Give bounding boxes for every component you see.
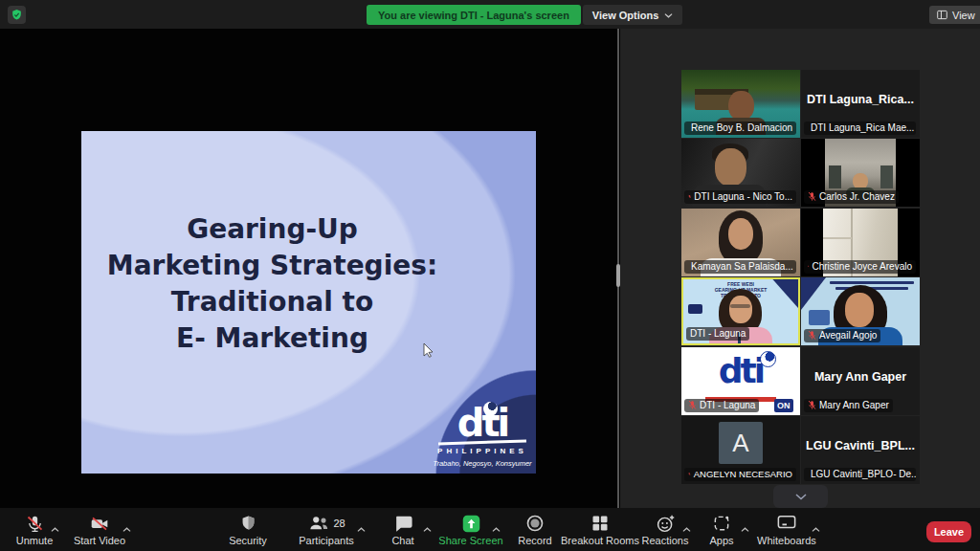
scene-face <box>729 296 752 323</box>
apps-icon <box>712 514 731 533</box>
video-tile-lgu-cavinti[interactable]: LGU Cavinti_BPL... LGU Cavinti_BPLO- De.… <box>801 416 920 484</box>
scene-chart-thumb <box>809 310 830 325</box>
participant-center-name: DTI Laguna_Rica... <box>801 70 920 128</box>
participant-center-name: Mary Ann Gaper <box>801 347 920 406</box>
participant-name-label: ANGELYN NECESARIO <box>684 468 796 481</box>
muted-mic-icon <box>688 191 691 202</box>
video-tile-avegail[interactable]: Avegail Agojo <box>801 277 920 345</box>
participant-name-label: LGU Cavinti_BPLO- De... <box>804 468 916 481</box>
breakout-rooms-icon <box>590 514 610 533</box>
muted-mic-icon <box>808 261 810 272</box>
screen-share-banner: You are viewing DTI - Laguna's screen Vi… <box>367 5 682 25</box>
slide-title-line-3: Traditional to <box>81 284 463 320</box>
zoom-meeting-window: You are viewing DTI - Laguna's screen Vi… <box>0 0 980 551</box>
participant-name: ANGELYN NECESARIO <box>694 469 792 479</box>
video-tile-carlos[interactable]: Carlos Jr. Chavez <box>801 139 920 207</box>
whiteboards-button[interactable]: Whiteboards <box>734 508 839 546</box>
camera-off-icon <box>89 514 110 534</box>
participant-name-label: DTI - Laguna <box>684 399 759 412</box>
whiteboards-label: Whiteboards <box>734 535 839 546</box>
mouse-cursor <box>423 342 434 358</box>
scene-panel-line <box>823 237 852 239</box>
view-button-label: View <box>952 10 975 21</box>
participant-center-name: LGU Cavinti_BPL... <box>801 416 920 474</box>
participants-icon <box>307 514 330 533</box>
scene-slide-triangle <box>801 277 826 310</box>
scene-face <box>728 91 754 121</box>
dti-logo-wordmark: dti <box>457 401 507 445</box>
meeting-security-shield-button[interactable] <box>8 6 26 24</box>
collapse-panel-button[interactable] <box>773 485 828 508</box>
grid-view-icon <box>937 10 947 20</box>
muted-mic-icon <box>808 330 816 341</box>
participant-name: DTI Laguna_Rica Mae... <box>811 122 914 133</box>
video-tile-christine[interactable]: Christine Joyce Arevalo <box>801 209 920 276</box>
video-tile-angelyn[interactable]: A ANGELYN NECESARIO <box>681 416 800 484</box>
scene-face <box>715 148 746 187</box>
scene-dti-wordmark: dti <box>681 347 800 395</box>
participant-name-label: Avegail Agojo <box>804 329 880 342</box>
participant-name-label: Mary Ann Gaper <box>804 399 893 412</box>
dti-logo-tagline: Trabaho, Negosyo, Konsyumer <box>433 459 532 468</box>
scene-text-bar <box>830 281 914 284</box>
meeting-toolbar: Unmute Start Video Security <box>0 508 980 551</box>
video-tile-dti-laguna-speaker[interactable]: FREE WEBI GEARING-UP MARKET TRADITIONAL … <box>681 277 800 345</box>
participant-name-label: DTI - Laguna <box>686 327 749 341</box>
participant-name-suffix: ON <box>774 399 793 412</box>
video-tile-rene[interactable]: Rene Boy B. Dalmacion <box>681 70 800 138</box>
participant-name-label: Rene Boy B. Dalmacion <box>684 121 796 135</box>
participant-name: Christine Joyce Arevalo <box>813 261 913 272</box>
participants-count-badge: 28 <box>333 518 345 529</box>
dti-philippines-logo: dti PHILIPPINES Trabaho, Negosyo, Konsyu… <box>433 406 532 468</box>
participant-name-label: DTI Laguna - Nico To... <box>684 190 796 204</box>
view-layout-button[interactable]: View <box>929 6 980 24</box>
muted-mic-icon <box>688 400 697 410</box>
participant-name: Kamayan Sa Palaisda... <box>691 261 793 272</box>
scene-date-badge <box>688 304 702 314</box>
participants-panel <box>620 29 980 508</box>
share-screen-icon <box>461 514 481 534</box>
participant-name: LGU Cavinti_BPLO- De... <box>811 469 916 479</box>
video-tile-dti-logo[interactable]: dti DTI - Laguna ON <box>681 347 800 415</box>
whiteboards-icon <box>776 514 797 533</box>
scene-face <box>845 293 874 327</box>
start-video-button[interactable]: Start Video <box>47 508 152 546</box>
video-tile-rica[interactable]: DTI Laguna_Rica... DTI Laguna_Rica Mae..… <box>801 70 920 138</box>
scene-glasses <box>730 304 750 308</box>
leave-button[interactable]: Leave <box>926 521 971 542</box>
view-options-label: View Options <box>592 10 658 21</box>
top-bar: You are viewing DTI - Laguna's screen Vi… <box>0 0 980 29</box>
participant-name-label: Carlos Jr. Chavez <box>804 190 899 204</box>
participant-name-label: Christine Joyce Arevalo <box>804 260 916 274</box>
shared-screen-area: Gearing-Up Marketing Strategies: Traditi… <box>0 29 616 508</box>
chat-bubble-icon <box>393 515 413 533</box>
video-options-caret[interactable] <box>122 519 132 527</box>
view-options-button[interactable]: View Options <box>583 5 682 25</box>
slide-title-line-4: E- Marketing <box>81 320 463 357</box>
participant-name: Avegail Agojo <box>819 330 877 341</box>
slide-title-line-2: Marketing Strategies: <box>81 248 463 284</box>
start-video-label: Start Video <box>47 535 152 546</box>
record-icon <box>525 514 545 533</box>
slide-title-line-1: Gearing-Up <box>81 211 463 248</box>
presentation-slide: Gearing-Up Marketing Strategies: Traditi… <box>81 131 536 474</box>
mic-muted-icon <box>25 514 45 534</box>
scene-window-right <box>880 165 893 188</box>
slide-title: Gearing-Up Marketing Strategies: Traditi… <box>81 211 463 357</box>
video-tile-nico[interactable]: DTI Laguna - Nico To... <box>681 139 800 207</box>
participant-name-label: Kamayan Sa Palaisda... <box>684 260 796 274</box>
muted-mic-icon <box>808 400 816 410</box>
participant-name: DTI Laguna - Nico To... <box>694 191 792 202</box>
video-tile-maryann[interactable]: Mary Ann Gaper Mary Ann Gaper <box>801 347 920 415</box>
participant-name: Carlos Jr. Chavez <box>819 191 895 202</box>
participant-name: DTI - Laguna <box>690 328 746 339</box>
whiteboards-options-caret[interactable] <box>812 519 821 527</box>
chevron-down-icon <box>664 12 673 18</box>
chevron-down-icon <box>795 494 807 500</box>
participant-name: DTI - Laguna <box>700 400 755 410</box>
participant-name-label: DTI Laguna_Rica Mae... <box>804 121 916 135</box>
security-shield-icon <box>239 514 257 533</box>
muted-mic-icon <box>688 469 691 479</box>
video-tile-kamayan[interactable]: Kamayan Sa Palaisda... <box>681 209 800 276</box>
scene-window-left <box>829 165 841 188</box>
